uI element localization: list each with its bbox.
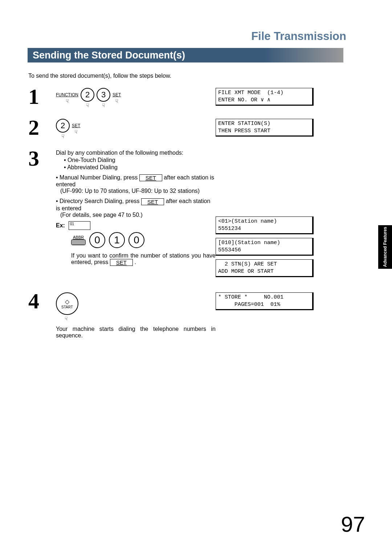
function-key: FUNCTION ☟ <box>56 92 78 104</box>
step-1-display: FILE XMT MODE (1-4) ENTER NO. OR ∨ ∧ <box>216 86 314 109</box>
key-2: 2 ☟ <box>81 88 94 108</box>
list-item: One-Touch Dialing <box>64 157 216 163</box>
lcd-line: ENTER STATION(S) <box>218 121 270 127</box>
step-4-display: * STORE * NO.001 PAGES=001 01% <box>216 290 314 314</box>
lcd-line: FILE XMT MODE (1-4) <box>218 90 283 96</box>
side-tab-label: Advanced Features <box>383 227 387 267</box>
lcd-line: 5551234 <box>218 226 241 232</box>
hand-icon: ☟ <box>102 102 105 108</box>
lcd-line: * STORE * NO.001 <box>218 294 283 300</box>
lcd-line: [010](Station name) <box>218 240 280 246</box>
step-3-display: <01>(Station name) 5551234 [010](Station… <box>216 147 314 281</box>
abbr-label: ABBR <box>73 235 84 239</box>
ex-label: Ex: <box>56 222 65 229</box>
function-label: FUNCTION <box>56 92 78 97</box>
lcd-display: FILE XMT MODE (1-4) ENTER NO. OR ∨ ∧ <box>216 88 314 106</box>
page-heading: File Transmission <box>0 0 392 43</box>
digit-key: 1 <box>109 232 125 248</box>
set-key: SET ☟ <box>72 123 80 135</box>
step-1-body: FUNCTION ☟ 2 ☟ 3 ☟ SET ☟ <box>56 86 216 108</box>
lcd-line: THEN PRESS START <box>218 128 270 134</box>
start-button: ◇ START <box>56 292 78 315</box>
lcd-line: ADD MORE OR START <box>218 268 274 275</box>
set-button-box: SET <box>141 198 164 205</box>
step-2-body: 2 ☟ SET ☟ <box>56 117 216 139</box>
step-number: 1 <box>28 86 56 108</box>
step-4: 4 ◇ START ☟ Your machine starts dialing … <box>0 290 392 339</box>
step-number: 4 <box>28 290 56 312</box>
lcd-line: 2 STN(S) ARE SET <box>218 261 277 267</box>
abbr-row: ABBR 0 1 0 <box>71 232 216 248</box>
diamond-icon: ◇ <box>65 298 69 305</box>
digit-key: 0 <box>89 232 105 248</box>
key-3: 3 ☟ <box>97 88 110 108</box>
set-label: SET <box>72 123 80 128</box>
step-3-body: Dial by any combination of the following… <box>56 147 216 266</box>
one-touch-key: 01 <box>69 221 90 230</box>
directory-dial-item: • Directory Search Dialing, press SET af… <box>56 198 216 218</box>
lcd-display: ENTER STATION(S) THEN PRESS START <box>216 119 314 137</box>
key-round-3: 3 <box>97 88 110 102</box>
step-2-display: ENTER STATION(S) THEN PRESS START <box>216 117 314 140</box>
start-label: START <box>61 305 73 309</box>
confirm-post: . <box>134 259 136 265</box>
lcd-display: 2 STN(S) ARE SET ADD MORE OR START <box>216 259 314 277</box>
set-key: SET ☟ <box>113 92 121 104</box>
page-number: 97 <box>341 512 365 537</box>
lcd-line: 5553456 <box>218 247 241 253</box>
hand-icon: ☟ <box>65 316 68 321</box>
steps-container: 1 FUNCTION ☟ 2 ☟ 3 ☟ SET ☟ <box>0 86 392 339</box>
lcd-line: <01>(Station name) <box>218 218 277 224</box>
dial-methods-list: One-Touch Dialing Abbreviated Dialing <box>64 157 216 171</box>
step-4-text: Your machine starts dialing the telephon… <box>56 326 216 339</box>
set-button-box: SET <box>110 259 133 266</box>
note-text: (UF-990: Up to 70 stations, UF-890: Up t… <box>60 188 216 194</box>
abbr-button-icon <box>71 239 86 245</box>
hand-icon: ☟ <box>74 129 78 135</box>
bullet-text: • <box>56 198 60 204</box>
hand-icon: ☟ <box>115 98 118 104</box>
step-3: 3 Dial by any combination of the followi… <box>0 147 392 281</box>
step-3-intro: Dial by any combination of the following… <box>56 150 216 156</box>
bullet-text: Directory Search Dialing, press <box>60 198 141 204</box>
lcd-line: PAGES=001 01% <box>218 301 280 308</box>
step-number: 3 <box>28 147 56 169</box>
list-item: Abbreviated Dialing <box>64 164 216 171</box>
confirm-text: If you want to confirm the number of sta… <box>71 252 216 266</box>
side-tab: Advanced Features <box>378 225 392 269</box>
hand-icon: ☟ <box>86 102 89 108</box>
manual-dial-item: • Manual Number Dialing, press SET after… <box>56 174 216 194</box>
set-button-box: SET <box>139 174 162 181</box>
hand-icon: ☟ <box>61 133 65 139</box>
abbr-key: ABBR <box>71 235 86 245</box>
set-label: SET <box>113 92 121 97</box>
note-text: (For details, see page 47 to 50.) <box>60 212 216 218</box>
step-number: 2 <box>28 117 56 138</box>
lcd-display: <01>(Station name) 5551234 <box>216 216 314 234</box>
step-4-body: ◇ START ☟ Your machine starts dialing th… <box>56 290 216 339</box>
lcd-line: ENTER NO. OR ∨ ∧ <box>218 97 270 103</box>
lcd-display: * STORE * NO.001 PAGES=001 01% <box>216 292 314 310</box>
step-1: 1 FUNCTION ☟ 2 ☟ 3 ☟ SET ☟ <box>0 86 392 109</box>
step-2: 2 2 ☟ SET ☟ ENTER STATION(S) THEN PRESS … <box>0 117 392 140</box>
key-2: 2 ☟ <box>56 119 70 139</box>
key-round-2: 2 <box>56 119 70 133</box>
bullet-text: • <box>56 174 60 181</box>
lcd-display: [010](Station name) 5553456 <box>216 238 314 256</box>
section-title-bar: Sending the Stored Document(s) <box>28 48 343 62</box>
digit-key: 0 <box>128 232 144 248</box>
example-row: Ex: 01 <box>56 221 216 230</box>
intro-text: To send the stored document(s), follow t… <box>28 73 392 79</box>
confirm-pre: If you want to confirm the number of sta… <box>71 252 216 265</box>
section-title: Sending the Stored Document(s) <box>33 50 185 61</box>
key-round-2: 2 <box>81 88 94 102</box>
bullet-text: Manual Number Dialing, press <box>60 174 139 181</box>
hand-icon: ☟ <box>66 98 69 104</box>
